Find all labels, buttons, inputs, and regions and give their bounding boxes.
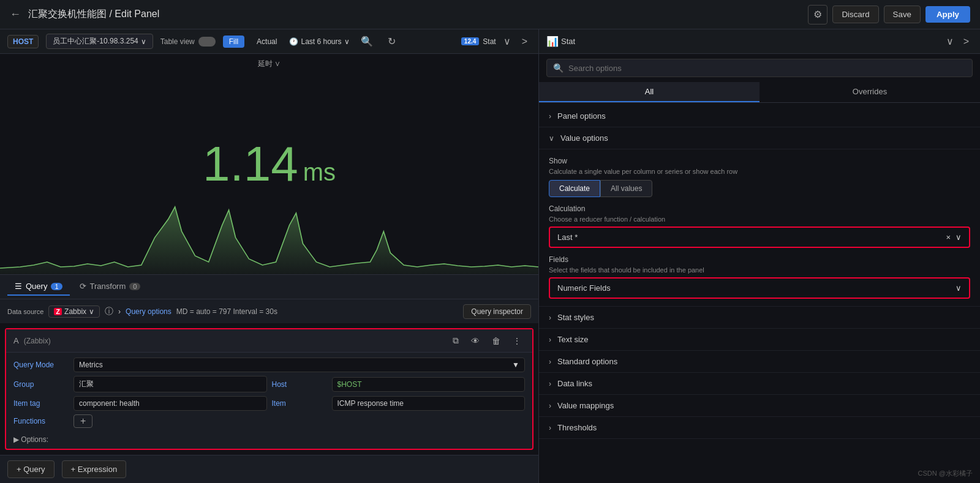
item-value[interactable]: ICMP response time	[332, 396, 526, 411]
fill-button[interactable]: Fill	[223, 36, 244, 48]
options-scroll: › Panel options ∨ Value options Show Cal…	[539, 103, 980, 471]
stat-badge: 12.4	[461, 37, 479, 45]
time-range-label: Last 6 hours	[301, 37, 341, 46]
stat-chevron-down[interactable]: ∨	[500, 34, 514, 48]
query-inspector-button[interactable]: Query inspector	[463, 304, 531, 319]
add-buttons: + Query + Expression	[0, 455, 538, 483]
tab-query[interactable]: ☰ Query 1	[7, 278, 70, 296]
show-desc: Calculate a single value per column or s…	[549, 168, 970, 175]
more-button[interactable]: ⋮	[509, 334, 525, 347]
topbar-actions: ⚙ Discard Save Apply	[808, 5, 970, 24]
chevron-down-icon: ∨	[141, 37, 146, 46]
time-range-picker[interactable]: 🕐 Last 6 hours ∨	[289, 37, 349, 46]
datasource-selector[interactable]: 员工中心汇聚-10.98.3.254 ∨	[46, 34, 153, 49]
back-button[interactable]: ←	[10, 8, 21, 21]
chevron-down-icon: ∨	[89, 307, 94, 316]
zabbix-name: Zabbix	[64, 307, 86, 316]
discard-button[interactable]: Discard	[832, 6, 878, 23]
add-query-button[interactable]: + Query	[7, 460, 55, 478]
stat-panel-icon: 📊	[546, 36, 559, 47]
text-size-arrow: ›	[549, 335, 551, 344]
tab-all[interactable]: All	[539, 82, 760, 102]
zabbix-icon: Z	[54, 308, 62, 315]
tab-query-label: Query	[26, 282, 47, 291]
standard-options-section[interactable]: › Standard options	[539, 351, 980, 373]
fields-desc: Select the fields that should be include…	[549, 266, 970, 274]
zabbix-selector[interactable]: Z Zabbix ∨	[48, 305, 100, 318]
stat-styles-arrow: ›	[549, 313, 551, 322]
expand-icon: ›	[118, 307, 121, 316]
value-options-header[interactable]: ∨ Value options	[539, 127, 980, 149]
thresholds-section[interactable]: › Thresholds	[539, 417, 980, 439]
query-source: (Zabbix)	[24, 337, 51, 345]
zoom-button[interactable]: 🔍	[357, 34, 377, 48]
query-options-link[interactable]: Query options	[126, 307, 172, 316]
all-values-button[interactable]: All values	[600, 180, 652, 197]
stat-display: 12.4 Stat ∨ >	[461, 34, 531, 48]
value-mappings-section[interactable]: › Value mappings	[539, 395, 980, 417]
panel-chevron-right[interactable]: >	[960, 34, 973, 48]
group-value[interactable]: 汇聚	[74, 376, 267, 392]
stat-label: Stat	[483, 37, 496, 46]
query-editor: A (Zabbix) ⧉ 👁 🗑 ⋮ Query Mode Metrics ▼	[5, 328, 533, 450]
visibility-button[interactable]: 👁	[467, 334, 483, 347]
stat-styles-title: Stat styles	[557, 313, 594, 322]
right-panel-actions: ∨ >	[943, 34, 973, 48]
value-options-arrow: ∨	[549, 134, 554, 143]
save-button[interactable]: Save	[884, 6, 921, 23]
calc-select-inner: Last * × ∨	[557, 233, 962, 242]
add-expression-button[interactable]: + Expression	[62, 460, 127, 478]
calculation-label: Calculation	[549, 204, 970, 213]
big-unit: ms	[303, 159, 336, 186]
clock-icon: 🕐	[289, 37, 298, 46]
stat-panel-label: 📊 Stat	[546, 36, 575, 47]
chart-label[interactable]: 延时 ∨	[258, 59, 281, 69]
info-icon[interactable]: ⓘ	[105, 306, 113, 317]
text-size-section[interactable]: › Text size	[539, 329, 980, 351]
host-badge[interactable]: HOST	[7, 35, 39, 48]
main-layout: HOST 员工中心汇聚-10.98.3.254 ∨ Table view Fil…	[0, 29, 980, 483]
topbar: ← 汇聚交换机性能图 / Edit Panel ⚙ Discard Save A…	[0, 0, 980, 29]
query-mode-select[interactable]: Metrics ▼	[74, 358, 525, 372]
left-panel: HOST 员工中心汇聚-10.98.3.254 ∨ Table view Fil…	[0, 29, 539, 483]
settings-button[interactable]: ⚙	[808, 5, 827, 24]
table-view-label: Table view	[160, 37, 195, 46]
table-view-switch[interactable]	[198, 37, 216, 47]
stat-styles-section[interactable]: › Stat styles	[539, 307, 980, 329]
group-label: Group	[13, 380, 69, 389]
tab-transform-badge: 0	[129, 283, 140, 290]
tab-transform-label: Transform	[90, 282, 126, 291]
right-panel: 📊 Stat ∨ > 🔍 All Overrides › Panel optio…	[539, 29, 980, 483]
calculate-button[interactable]: Calculate	[549, 180, 600, 197]
search-box[interactable]: 🔍	[546, 59, 973, 77]
value-mappings-title: Value mappings	[557, 401, 614, 410]
query-tabs: ☰ Query 1 ⟳ Transform 0	[0, 274, 538, 299]
data-links-section[interactable]: › Data links	[539, 373, 980, 395]
search-input[interactable]	[568, 64, 966, 73]
tab-transform[interactable]: ⟳ Transform 0	[72, 278, 148, 296]
stat-chevron-right[interactable]: >	[518, 35, 531, 48]
host-value[interactable]: $HOST	[332, 377, 526, 392]
panel-chevron-down[interactable]: ∨	[943, 34, 957, 48]
panel-options-section[interactable]: › Panel options	[539, 105, 980, 127]
watermark: CSDN @水彩橘子	[918, 469, 973, 478]
copy-button[interactable]: ⧉	[449, 334, 462, 347]
datasource-label: Data source	[7, 308, 43, 315]
options-toggle[interactable]: ▶ Options:	[13, 435, 525, 444]
value-options-content: Show Calculate a single value per column…	[539, 149, 980, 307]
add-function-button[interactable]: +	[74, 414, 92, 428]
clear-icon[interactable]: ×	[946, 233, 951, 242]
query-editor-header: A (Zabbix) ⧉ 👁 🗑 ⋮	[6, 329, 532, 353]
calculation-select[interactable]: Last * × ∨	[549, 227, 970, 248]
delete-button[interactable]: 🗑	[488, 334, 504, 347]
table-view-toggle[interactable]: Table view	[160, 37, 216, 47]
value-options-title: Value options	[560, 133, 608, 143]
item-tag-value[interactable]: component: health	[74, 396, 267, 411]
fields-select[interactable]: Numeric Fields ∨	[549, 277, 970, 299]
svg-marker-0	[0, 207, 538, 274]
refresh-button[interactable]: ↻	[384, 34, 399, 48]
actual-button[interactable]: Actual	[252, 36, 282, 48]
tab-overrides[interactable]: Overrides	[760, 82, 980, 102]
apply-button[interactable]: Apply	[925, 6, 970, 23]
fields-chevron-icon: ∨	[956, 283, 962, 293]
